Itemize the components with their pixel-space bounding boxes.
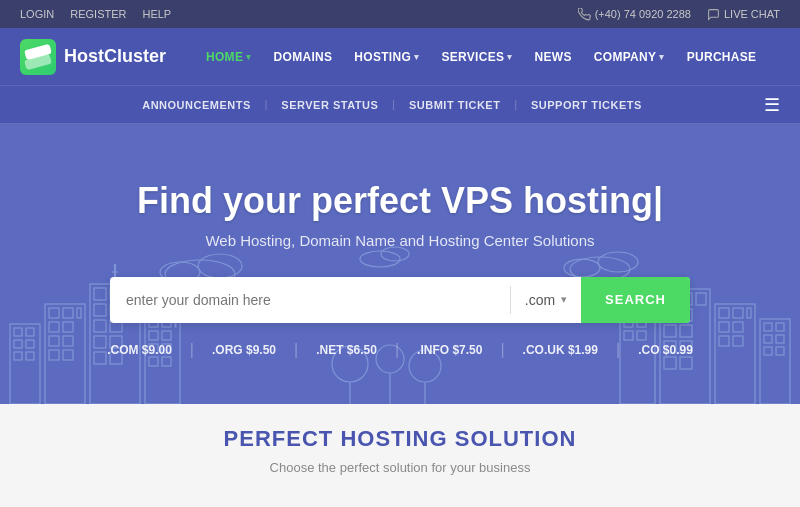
- price-couk: .CO.UK $1.99: [505, 343, 616, 357]
- price-org: .ORG $9.50: [194, 343, 294, 357]
- svg-rect-7: [45, 304, 85, 404]
- svg-rect-66: [764, 323, 772, 331]
- phone-number: (+40) 74 0920 2288: [578, 8, 691, 21]
- svg-rect-24: [94, 320, 106, 332]
- phone-icon: [578, 8, 591, 21]
- top-bar-left: LOGIN REGISTER HELP: [20, 8, 171, 20]
- price-com: .COM $9.00: [89, 343, 190, 357]
- svg-rect-68: [764, 335, 772, 343]
- svg-rect-6: [26, 352, 34, 360]
- svg-rect-62: [733, 322, 743, 332]
- nav-item-home[interactable]: HOME ▾: [196, 44, 262, 70]
- hero-title: Find your perfect VPS hosting|: [137, 180, 663, 222]
- svg-rect-10: [77, 308, 81, 318]
- nav-item-hosting[interactable]: HOSTING ▾: [344, 44, 429, 70]
- svg-rect-51: [664, 325, 676, 337]
- svg-rect-44: [637, 331, 646, 340]
- nav-item-domains[interactable]: DOMAINS: [264, 44, 343, 70]
- svg-rect-48: [696, 293, 706, 305]
- svg-rect-56: [680, 357, 692, 369]
- secondary-nav: ANNOUNCEMENTS | SERVER STATUS | SUBMIT T…: [0, 86, 800, 124]
- svg-rect-16: [63, 350, 73, 360]
- domain-search-bar: .com ▾ SEARCH: [110, 277, 690, 323]
- search-input[interactable]: [110, 277, 510, 323]
- domain-prices: .COM $9.00 | .ORG $9.50 | .NET $6.50 | .…: [89, 341, 711, 359]
- svg-rect-11: [49, 322, 59, 332]
- login-link[interactable]: LOGIN: [20, 8, 54, 20]
- sec-nav-divider: |: [514, 99, 517, 110]
- svg-point-81: [198, 254, 242, 278]
- bottom-title: PERFECT HOSTING SOLUTION: [20, 426, 780, 452]
- hero-subtitle: Web Hosting, Domain Name and Hosting Cen…: [205, 232, 594, 249]
- sec-nav-submit-ticket[interactable]: SUBMIT TICKET: [399, 95, 510, 115]
- svg-rect-12: [63, 322, 73, 332]
- price-info: .INFO $7.50: [399, 343, 500, 357]
- sec-nav-support-tickets[interactable]: SUPPORT TICKETS: [521, 95, 652, 115]
- svg-rect-5: [14, 352, 22, 360]
- logo[interactable]: HostCluster: [20, 39, 166, 75]
- svg-rect-58: [719, 308, 729, 318]
- hero-section: Find your perfect VPS hosting| Web Hosti…: [0, 124, 800, 404]
- bottom-subtitle: Choose the perfect solution for your bus…: [20, 460, 780, 475]
- svg-rect-15: [49, 350, 59, 360]
- arrow-icon: ▾: [507, 52, 512, 62]
- svg-point-84: [598, 252, 638, 272]
- svg-rect-34: [149, 331, 158, 340]
- domain-extension-select[interactable]: .com ▾: [511, 277, 581, 323]
- svg-rect-35: [162, 331, 171, 340]
- sec-nav-divider: |: [265, 99, 268, 110]
- svg-rect-43: [624, 331, 633, 340]
- logo-icon: [20, 39, 56, 75]
- nav-item-services[interactable]: SERVICES ▾: [431, 44, 522, 70]
- svg-rect-61: [719, 322, 729, 332]
- sec-nav-server-status[interactable]: SERVER STATUS: [271, 95, 388, 115]
- help-link[interactable]: HELP: [142, 8, 171, 20]
- svg-rect-71: [776, 347, 784, 355]
- svg-rect-59: [733, 308, 743, 318]
- svg-rect-55: [664, 357, 676, 369]
- svg-rect-2: [26, 328, 34, 336]
- main-nav: HostCluster HOME ▾ DOMAINS HOSTING ▾ SER…: [0, 28, 800, 86]
- svg-rect-67: [776, 323, 784, 331]
- svg-rect-70: [764, 347, 772, 355]
- svg-rect-8: [49, 308, 59, 318]
- svg-rect-65: [760, 319, 790, 404]
- register-link[interactable]: REGISTER: [70, 8, 126, 20]
- nav-item-purchase[interactable]: PURCHASE: [677, 44, 767, 70]
- svg-rect-21: [94, 304, 106, 316]
- price-net: .NET $6.50: [298, 343, 395, 357]
- svg-rect-60: [747, 308, 751, 318]
- svg-rect-69: [776, 335, 784, 343]
- svg-point-86: [360, 251, 400, 267]
- nav-links: HOME ▾ DOMAINS HOSTING ▾ SERVICES ▾ NEWS…: [196, 44, 780, 70]
- livechat-link[interactable]: LIVE CHAT: [707, 8, 780, 21]
- chevron-down-icon: ▾: [561, 293, 567, 306]
- arrow-icon: ▾: [246, 52, 251, 62]
- top-bar: LOGIN REGISTER HELP (+40) 74 0920 2288 L…: [0, 0, 800, 28]
- chat-icon: [707, 8, 720, 21]
- nav-item-company[interactable]: COMPANY ▾: [584, 44, 675, 70]
- svg-rect-64: [733, 336, 743, 346]
- svg-rect-52: [680, 325, 692, 337]
- bottom-section: PERFECT HOSTING SOLUTION Choose the perf…: [0, 404, 800, 497]
- svg-point-85: [564, 259, 600, 277]
- svg-rect-13: [49, 336, 59, 346]
- price-co: .CO $0.99: [620, 343, 711, 357]
- svg-rect-4: [26, 340, 34, 348]
- sec-nav-announcements[interactable]: ANNOUNCEMENTS: [132, 95, 261, 115]
- nav-item-news[interactable]: NEWS: [525, 44, 582, 70]
- svg-rect-14: [63, 336, 73, 346]
- search-button[interactable]: SEARCH: [581, 277, 690, 323]
- svg-rect-57: [715, 304, 755, 404]
- arrow-icon: ▾: [414, 52, 419, 62]
- logo-text: HostCluster: [64, 46, 166, 67]
- svg-rect-18: [94, 288, 106, 300]
- top-bar-right: (+40) 74 0920 2288 LIVE CHAT: [578, 8, 780, 21]
- arrow-icon: ▾: [659, 52, 664, 62]
- hamburger-icon[interactable]: ☰: [764, 94, 780, 116]
- svg-rect-63: [719, 336, 729, 346]
- svg-rect-9: [63, 308, 73, 318]
- svg-rect-1: [14, 328, 22, 336]
- sec-nav-links: ANNOUNCEMENTS | SERVER STATUS | SUBMIT T…: [20, 95, 764, 115]
- svg-rect-3: [14, 340, 22, 348]
